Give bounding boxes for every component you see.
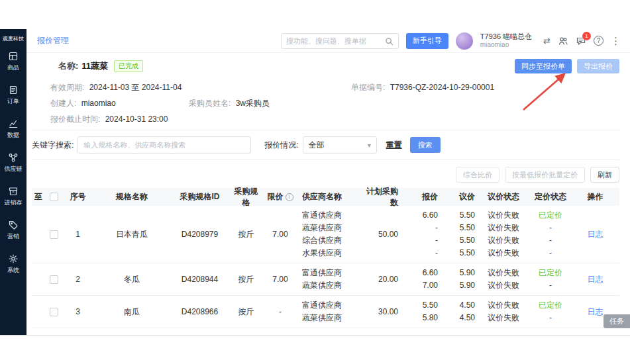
column-header-check bbox=[45, 193, 63, 201]
row-checkbox[interactable] bbox=[50, 230, 58, 239]
price-statuses: 已定价- bbox=[530, 299, 571, 324]
column-header-bstatus: 议价状态 bbox=[477, 191, 530, 203]
app-window: 观麦科技 商品订单数据供应链进销存营销系统 报价管理 新手引导 T7936 喵喵… bbox=[0, 29, 630, 336]
log-link[interactable]: 日志 bbox=[588, 230, 604, 239]
compare-prices-button[interactable]: 综合比价 bbox=[456, 167, 499, 183]
column-header-id: 采购规格ID bbox=[171, 191, 229, 203]
sidebar-item-data[interactable]: 数据 bbox=[5, 118, 23, 140]
limit-price: 7.00 bbox=[264, 230, 297, 239]
keyword-input[interactable] bbox=[78, 136, 251, 154]
deadline-label: 报价截止时间: bbox=[50, 114, 100, 124]
switch-account-icon[interactable]: ⇄ bbox=[543, 36, 551, 45]
column-header-pstatus: 定价状态 bbox=[530, 191, 571, 203]
refresh-button[interactable]: 刷新 bbox=[590, 167, 619, 183]
sidebar-menu: 商品订单数据供应链进销存营销系统 bbox=[5, 51, 23, 287]
topbar: 报价管理 新手引导 T7936 喵喵总仓 miaomiao ⇄ bbox=[26, 29, 630, 53]
buyer-value: 3w采购员 bbox=[236, 99, 270, 108]
global-search-input[interactable] bbox=[286, 37, 385, 45]
row-index: 2 bbox=[63, 275, 93, 284]
sidebar-item-label: 营销 bbox=[7, 232, 19, 241]
reset-button[interactable]: 重置 bbox=[386, 140, 402, 151]
row-actions: 日志 bbox=[571, 229, 619, 240]
sidebar-item-orders[interactable]: 订单 bbox=[5, 85, 23, 106]
row-actions: 日志 bbox=[571, 274, 619, 285]
limit-price: 7.00 bbox=[264, 275, 297, 284]
log-link[interactable]: 日志 bbox=[588, 275, 604, 284]
messages-icon[interactable]: 1 bbox=[576, 36, 586, 46]
supplier-names: 富通供应商蔬菜供应商 bbox=[297, 267, 358, 292]
main-area: 报价管理 新手引导 T7936 喵喵总仓 miaomiao ⇄ bbox=[26, 29, 630, 335]
guide-button[interactable]: 新手引导 bbox=[406, 33, 448, 49]
inventory-icon bbox=[8, 186, 19, 197]
quote-status-select[interactable]: 全部 ▾ bbox=[303, 136, 377, 154]
spec-id: D4208944 bbox=[171, 275, 229, 284]
row-check-cell bbox=[45, 275, 63, 284]
sidebar-item-label: 供应链 bbox=[5, 165, 23, 173]
sync-to-quote-button[interactable]: 同步至报价单 bbox=[515, 59, 572, 73]
more-menu-icon[interactable]: ⋮ bbox=[611, 36, 621, 46]
page-title[interactable]: 报价管理 bbox=[37, 35, 69, 46]
table-row: 1日本青瓜D4208979按斤7.00富通供应商蔬菜供应商综合供应商水果供应商5… bbox=[32, 206, 619, 263]
name-row: 名称: 11蔬菜 已完成 同步至报价单 导出报价 bbox=[50, 59, 619, 73]
divider bbox=[32, 130, 619, 130]
quote-name: 11蔬菜 bbox=[81, 60, 108, 72]
column-header-idx: 序号 bbox=[63, 191, 93, 203]
supplier-bargains: 5.505.505.505.50 bbox=[440, 209, 477, 259]
quotes-table: 至序号规格名称采购规格ID采购规格限价i供应商名称计划采购数报价议价议价状态定价… bbox=[32, 188, 619, 328]
select-all-checkbox[interactable] bbox=[50, 193, 58, 201]
column-header-unit: 采购规格 bbox=[229, 186, 264, 208]
export-quote-button[interactable]: 导出报价 bbox=[577, 59, 619, 73]
supplier-quotes: 6.607.00 bbox=[400, 267, 440, 292]
row-index: 3 bbox=[63, 307, 93, 316]
batch-lowest-price-button[interactable]: 按最低报价批量定价 bbox=[505, 167, 585, 183]
help-icon[interactable]: ? bbox=[594, 36, 604, 46]
log-link[interactable]: 日志 bbox=[588, 307, 604, 316]
unread-badge: 1 bbox=[582, 32, 591, 40]
search-icon[interactable] bbox=[385, 36, 394, 45]
price-statuses: 已定价- bbox=[530, 267, 571, 292]
system-icon bbox=[8, 253, 19, 264]
filter-section: 关键字搜索: 报价情况: 全部 ▾ 重置 搜索 bbox=[32, 136, 619, 154]
status-badge: 已完成 bbox=[114, 60, 143, 72]
avatar[interactable] bbox=[456, 32, 473, 50]
search-button[interactable]: 搜索 bbox=[410, 137, 441, 153]
plan-qty: 50.00 bbox=[358, 230, 400, 239]
data-icon bbox=[8, 118, 19, 129]
bargain-statuses: 议价失败议价失败 bbox=[477, 267, 530, 292]
divider bbox=[32, 159, 619, 160]
task-tab[interactable]: 任务 bbox=[604, 314, 630, 328]
sidebar-item-inventory[interactable]: 进销存 bbox=[5, 186, 23, 207]
sidebar-item-products[interactable]: 商品 bbox=[5, 51, 23, 72]
column-header-quote: 报价 bbox=[400, 191, 440, 203]
plan-qty: 20.00 bbox=[358, 275, 400, 284]
marketing-icon bbox=[8, 220, 19, 230]
service-icon[interactable] bbox=[558, 36, 568, 46]
row-checkbox[interactable] bbox=[50, 275, 58, 284]
products-icon bbox=[8, 51, 19, 62]
period-row: 有效周期: 2024-11-03 至 2024-11-04 单据编号: T793… bbox=[50, 82, 619, 91]
sidebar-item-supply-chain[interactable]: 供应链 bbox=[5, 152, 23, 173]
user-org: T7936 喵喵总仓 bbox=[480, 32, 532, 41]
quote-status-value: 全部 bbox=[309, 140, 325, 151]
global-search[interactable] bbox=[281, 33, 399, 49]
column-header-freeze: 至 bbox=[32, 191, 45, 203]
row-checkbox[interactable] bbox=[50, 308, 58, 316]
creator-label: 创建人: bbox=[50, 99, 76, 108]
sidebar-item-label: 订单 bbox=[7, 97, 19, 106]
user-info[interactable]: T7936 喵喵总仓 miaomiao bbox=[480, 32, 532, 49]
spec-name: 南瓜 bbox=[93, 306, 171, 318]
deadline-value: 2024-10-31 23:00 bbox=[105, 114, 168, 124]
column-header-bargain: 议价 bbox=[440, 191, 477, 203]
app-logo: 观麦科技 bbox=[3, 29, 24, 51]
content: 名称: 11蔬菜 已完成 同步至报价单 导出报价 有效周期: 2024-11-0… bbox=[26, 53, 630, 335]
spec-name: 日本青瓜 bbox=[93, 229, 171, 240]
spec-name: 冬瓜 bbox=[93, 274, 171, 285]
column-header-qty: 计划采购数 bbox=[358, 186, 400, 208]
limit-price-info-icon[interactable]: i bbox=[286, 193, 293, 201]
plan-qty: 30.00 bbox=[358, 307, 400, 316]
topbar-right: 新手引导 T7936 喵喵总仓 miaomiao ⇄ 1 ? ⋮ bbox=[281, 32, 621, 50]
sidebar-item-system[interactable]: 系统 bbox=[5, 253, 23, 275]
period-label: 有效周期: bbox=[50, 83, 84, 92]
sidebar-item-marketing[interactable]: 营销 bbox=[5, 220, 23, 241]
bargain-statuses: 议价失败议价失败 bbox=[477, 299, 530, 324]
